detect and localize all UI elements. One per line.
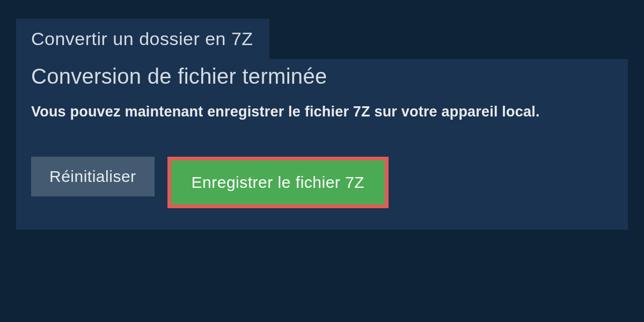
panel: Conversion de fichier terminée Vous pouv… [16, 59, 628, 230]
reset-button-label: Réinitialiser [49, 167, 136, 185]
page-container: Convertir un dossier en 7Z Conversion de… [0, 0, 644, 248]
button-row: Réinitialiser Enregistrer le fichier 7Z [31, 157, 613, 208]
tab-label: Convertir un dossier en 7Z [31, 28, 253, 49]
page-title: Conversion de fichier terminée [31, 64, 613, 89]
active-tab[interactable]: Convertir un dossier en 7Z [16, 19, 269, 59]
save-button[interactable]: Enregistrer le fichier 7Z [171, 160, 385, 204]
save-button-label: Enregistrer le fichier 7Z [192, 173, 365, 191]
page-subtitle: Vous pouvez maintenant enregistrer le fi… [31, 104, 613, 120]
panel-body: Conversion de fichier terminée Vous pouv… [16, 59, 628, 230]
reset-button[interactable]: Réinitialiser [31, 157, 155, 196]
save-button-highlight: Enregistrer le fichier 7Z [167, 157, 389, 208]
